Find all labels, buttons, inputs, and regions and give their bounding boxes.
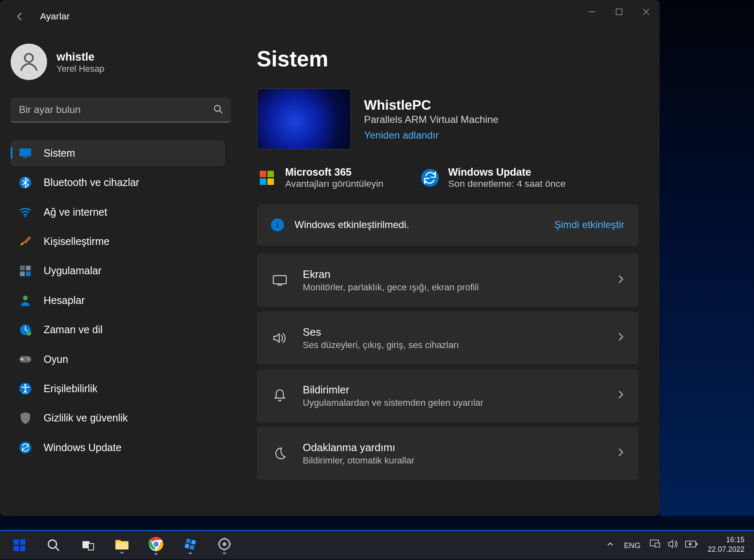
svg-point-26 <box>421 169 439 186</box>
bell-icon <box>271 388 289 403</box>
svg-rect-32 <box>20 546 26 551</box>
desktop-background <box>660 0 754 516</box>
sync-icon <box>19 441 32 454</box>
settings-taskbar-icon[interactable] <box>212 534 237 557</box>
clock[interactable]: 16:15 22.07.2022 <box>708 536 745 555</box>
profile-block[interactable]: whistle Yerel Hesap <box>11 41 225 80</box>
search-icon <box>213 104 223 116</box>
pc-desc: Parallels ARM Virtual Machine <box>364 114 499 126</box>
titlebar: Ayarlar <box>0 0 660 33</box>
taskview-icon[interactable] <box>75 534 100 557</box>
svg-point-21 <box>19 442 31 454</box>
svg-rect-22 <box>260 170 266 177</box>
sidebar-item-label: Zaman ve dil <box>44 324 103 336</box>
svg-rect-44 <box>190 545 195 550</box>
chrome-icon[interactable] <box>144 534 168 557</box>
svg-point-2 <box>25 54 33 62</box>
chevron-right-icon <box>617 447 624 459</box>
svg-point-13 <box>23 296 28 300</box>
sidebar-item-label: Gizlilik ve güvenlik <box>44 412 128 424</box>
settings-item-screen[interactable]: EkranMonitörler, parlaklık, gece ışığı, … <box>257 254 639 307</box>
sidebar-item-shield[interactable]: Gizlilik ve güvenlik <box>11 405 225 431</box>
monitor-icon <box>19 147 32 160</box>
settings-item-sound[interactable]: SesSes düzeyleri, çıkış, giriş, ses ciha… <box>257 311 639 365</box>
svg-rect-29 <box>14 539 19 545</box>
pc-name: WhistlePC <box>364 97 499 113</box>
settings-item-moon[interactable]: Odaklanma yardımıBildirimler, otomatik k… <box>257 427 639 480</box>
svg-rect-24 <box>260 178 266 185</box>
page-heading: Sistem <box>257 47 639 72</box>
settings-window: Ayarlar whistle Yerel Hesap SistemBl <box>0 0 660 516</box>
svg-point-17 <box>27 358 28 359</box>
item-sub: Bildirimler, otomatik kurallar <box>303 455 415 466</box>
sidebar-item-clock-globe[interactable]: Zaman ve dil <box>11 317 225 343</box>
svg-rect-31 <box>14 546 19 551</box>
sidebar-item-label: Kişiselleştirme <box>44 235 110 247</box>
time: 16:15 <box>708 536 745 545</box>
sidebar-item-bluetooth[interactable]: Bluetooth ve cihazlar <box>11 169 225 195</box>
shortcut-ms365[interactable]: Microsoft 365Avantajları görüntüleyin <box>257 166 384 189</box>
minimize-button[interactable] <box>578 0 606 24</box>
search-input[interactable] <box>19 104 213 116</box>
profile-name: whistle <box>57 50 104 63</box>
apps-icon <box>19 264 32 277</box>
sidebar-item-apps[interactable]: Uygulamalar <box>11 258 225 284</box>
search-taskbar-icon[interactable] <box>41 534 66 557</box>
svg-rect-12 <box>26 271 31 276</box>
sidebar-item-monitor[interactable]: Sistem <box>11 140 225 166</box>
close-button[interactable] <box>633 0 660 24</box>
activation-alert[interactable]: i Windows etkinleştirilmedi. Şimdi etkin… <box>257 205 639 246</box>
maximize-button[interactable] <box>606 0 633 24</box>
app-blue-icon[interactable] <box>178 534 203 557</box>
sidebar-item-wifi[interactable]: Ağ ve internet <box>11 199 225 225</box>
settings-item-bell[interactable]: BildirimlerUygulamalardan ve sistemden g… <box>257 369 639 422</box>
activate-link[interactable]: Şimdi etkinleştir <box>554 219 624 231</box>
moon-icon <box>271 446 289 460</box>
sidebar-item-accessibility[interactable]: Erişilebilirlik <box>11 376 225 402</box>
svg-rect-25 <box>267 178 274 185</box>
start-button[interactable] <box>7 534 32 557</box>
svg-line-4 <box>220 111 222 113</box>
pc-wallpaper-thumb <box>257 88 351 150</box>
info-icon: i <box>271 219 284 231</box>
sound-icon <box>271 332 289 344</box>
sidebar-item-label: Uygulamalar <box>44 265 101 277</box>
bluetooth-icon <box>19 176 32 189</box>
svg-point-18 <box>28 359 30 360</box>
svg-rect-42 <box>191 539 196 544</box>
sidebar-item-brush[interactable]: Kişiselleştirme <box>11 228 225 254</box>
svg-rect-23 <box>267 170 274 177</box>
sidebar-item-label: Hesaplar <box>44 294 85 306</box>
item-title: Bildirimler <box>303 384 483 396</box>
back-button[interactable] <box>12 8 28 25</box>
explorer-icon[interactable] <box>110 534 134 557</box>
chevron-right-icon <box>617 390 624 402</box>
svg-point-8 <box>24 215 26 217</box>
shortcut-sub: Son denetleme: 4 saat önce <box>448 179 566 189</box>
sidebar-item-label: Oyun <box>44 353 68 365</box>
svg-rect-37 <box>115 542 128 549</box>
language-indicator[interactable]: ENG <box>624 541 641 550</box>
gamepad-icon <box>19 353 32 365</box>
tray-monitor-icon[interactable] <box>650 539 661 551</box>
volume-icon[interactable] <box>668 539 679 551</box>
chevron-right-icon <box>617 332 624 344</box>
rename-link[interactable]: Yeniden adlandır <box>364 129 499 141</box>
shortcut-title: Microsoft 365 <box>285 166 383 179</box>
shortcut-winupdate[interactable]: Windows UpdateSon denetleme: 4 saat önce <box>420 166 566 189</box>
svg-rect-54 <box>697 543 698 546</box>
svg-rect-10 <box>26 266 31 270</box>
window-title: Ayarlar <box>40 11 70 22</box>
search-box[interactable] <box>11 98 231 122</box>
sidebar-item-sync[interactable]: Windows Update <box>11 435 225 461</box>
battery-icon[interactable] <box>685 540 698 551</box>
ms365-icon <box>257 167 277 188</box>
shield-icon <box>19 412 32 424</box>
sidebar-item-label: Erişilebilirlik <box>44 382 98 395</box>
tray-chevron-icon[interactable] <box>606 540 615 551</box>
sidebar-item-gamepad[interactable]: Oyun <box>11 346 225 372</box>
sidebar-item-person[interactable]: Hesaplar <box>11 287 225 313</box>
svg-rect-41 <box>186 538 191 543</box>
svg-point-15 <box>26 331 31 336</box>
clock-globe-icon <box>19 323 32 336</box>
